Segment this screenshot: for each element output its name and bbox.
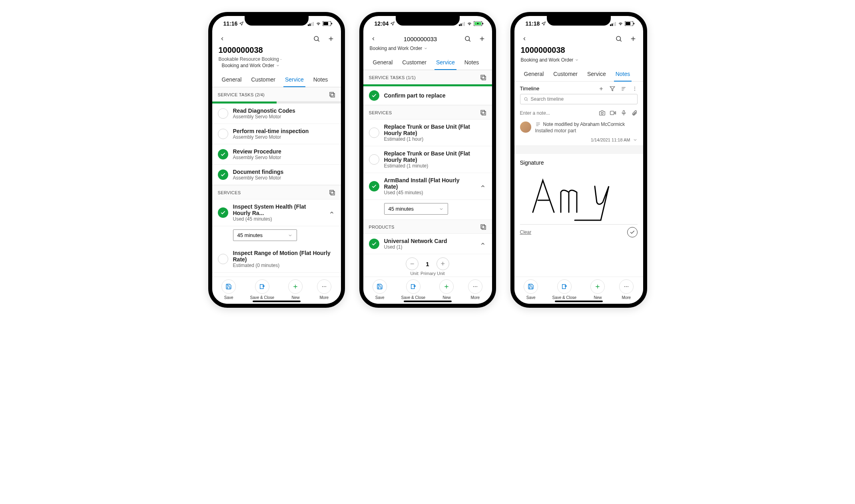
mic-icon[interactable] <box>621 110 627 116</box>
more-button[interactable]: More <box>468 279 482 300</box>
duration-dropdown[interactable]: 45 minutes <box>233 229 297 241</box>
task-checkbox-done[interactable] <box>218 149 228 159</box>
tab-general[interactable]: General <box>519 67 549 81</box>
product-checkbox-done[interactable] <box>369 239 379 249</box>
new-button[interactable]: New <box>439 279 454 300</box>
back-button[interactable] <box>369 34 378 43</box>
signature-canvas[interactable] <box>520 168 638 224</box>
service-checkbox[interactable] <box>218 254 228 264</box>
chevron-up-icon[interactable] <box>479 241 486 247</box>
decrement-button[interactable]: − <box>406 257 419 270</box>
back-button[interactable] <box>520 34 529 43</box>
duration-dropdown[interactable]: 45 minutes <box>384 203 448 215</box>
service-row[interactable]: ArmBand Install (Flat Hourly Rate) Used … <box>363 173 492 200</box>
save-button[interactable]: Save <box>524 279 538 300</box>
service-checkbox-done[interactable] <box>369 181 379 191</box>
task-row[interactable]: Read Diagnostic Codes Assembly Servo Mot… <box>212 104 341 124</box>
task-checkbox-done[interactable] <box>369 90 379 101</box>
add-task-icon[interactable] <box>329 92 335 98</box>
save-button[interactable]: Save <box>221 279 236 300</box>
search-button[interactable] <box>614 34 623 43</box>
more-vert-icon[interactable] <box>632 86 638 92</box>
service-row[interactable]: Inspect Range of Motion (Flat Hourly Rat… <box>212 246 341 273</box>
content-scroll[interactable]: Timeline Search timeline Enter a note... <box>514 82 643 277</box>
tab-general[interactable]: General <box>217 72 247 87</box>
tab-notes[interactable]: Notes <box>611 67 635 81</box>
add-button[interactable] <box>327 34 335 43</box>
add-task-icon[interactable] <box>480 74 486 81</box>
video-icon[interactable] <box>610 110 616 116</box>
clear-signature-button[interactable]: Clear <box>520 229 532 235</box>
camera-icon[interactable] <box>599 110 605 116</box>
new-button[interactable]: New <box>288 279 303 300</box>
tab-customer[interactable]: Customer <box>246 72 280 87</box>
add-note-icon[interactable] <box>598 86 604 92</box>
service-row[interactable]: Inspect Line Integration (Flat Hourly Ra… <box>212 273 341 277</box>
tab-customer[interactable]: Customer <box>397 55 431 70</box>
save-button[interactable]: Save <box>373 279 387 300</box>
home-indicator[interactable] <box>555 301 603 302</box>
tab-general[interactable]: General <box>368 55 398 70</box>
tab-notes[interactable]: Notes <box>309 72 333 87</box>
check-icon <box>220 151 226 157</box>
add-button[interactable] <box>629 34 638 43</box>
tab-service[interactable]: Service <box>280 72 309 87</box>
service-row[interactable]: Inspect System Health (Flat Hourly Ra...… <box>212 199 341 226</box>
svg-rect-68 <box>610 111 614 115</box>
svg-rect-32 <box>481 75 484 79</box>
back-button[interactable] <box>218 34 227 43</box>
new-button[interactable]: New <box>590 279 605 300</box>
add-button[interactable] <box>478 34 486 43</box>
add-service-icon[interactable] <box>329 189 335 196</box>
more-button[interactable]: More <box>317 279 331 300</box>
search-timeline-input[interactable]: Search timeline <box>520 94 638 104</box>
svg-point-43 <box>476 286 477 287</box>
location-icon <box>390 21 395 26</box>
tab-service[interactable]: Service <box>431 55 460 70</box>
add-product-icon[interactable] <box>480 224 486 230</box>
filter-icon[interactable] <box>610 86 615 92</box>
increment-button[interactable]: + <box>436 257 449 270</box>
service-checkbox-done[interactable] <box>218 207 228 218</box>
task-row[interactable]: Document findings Assembly Servo Motor <box>212 165 341 185</box>
content-scroll[interactable]: SERVICE TASKS (2/4) Read Diagnostic Code… <box>212 87 341 277</box>
timeline-note[interactable]: Note modified by Abraham McCormick Insta… <box>514 118 643 137</box>
confirm-signature-button[interactable] <box>627 227 638 237</box>
notch <box>547 15 611 26</box>
svg-rect-38 <box>411 285 414 289</box>
save-close-button[interactable]: Save & Close <box>552 279 577 300</box>
service-row[interactable]: Replace Trunk or Base Unit (Flat Hourly … <box>363 146 492 173</box>
tab-customer[interactable]: Customer <box>548 67 582 81</box>
content-scroll[interactable]: SERVICE TASKS (1/1) Confirm part to repl… <box>363 70 492 277</box>
task-row[interactable]: Confirm part to replace <box>363 86 492 105</box>
service-checkbox[interactable] <box>369 154 379 165</box>
search-button[interactable] <box>463 34 472 43</box>
chevron-up-icon[interactable] <box>328 210 335 215</box>
search-button[interactable] <box>312 34 321 43</box>
home-indicator[interactable] <box>404 301 452 302</box>
add-service-icon[interactable] <box>480 110 486 116</box>
service-row[interactable]: Replace Trunk or Base Unit (Flat Hourly … <box>363 120 492 146</box>
task-row[interactable]: Review Procedure Assembly Servo Motor <box>212 144 341 165</box>
product-row[interactable]: Universal Network Card Used (1) <box>363 234 492 254</box>
sort-icon[interactable] <box>621 86 626 92</box>
note-entry-bar[interactable]: Enter a note... <box>514 108 643 118</box>
service-checkbox[interactable] <box>369 127 379 138</box>
task-checkbox-done[interactable] <box>218 169 228 180</box>
view-dropdown[interactable]: Booking and Work Order <box>514 55 643 65</box>
more-button[interactable]: More <box>619 279 634 300</box>
view-dropdown[interactable]: Booking and Work Order <box>212 62 341 71</box>
save-close-button[interactable]: Save & Close <box>250 279 275 300</box>
task-row[interactable]: Perform real-time inspection Assembly Se… <box>212 124 341 144</box>
view-dropdown[interactable]: Booking and Work Order <box>363 45 492 54</box>
save-close-button[interactable]: Save & Close <box>401 279 426 300</box>
attach-icon[interactable] <box>632 110 638 116</box>
home-indicator[interactable] <box>253 301 301 302</box>
task-checkbox[interactable] <box>218 108 228 119</box>
tab-service[interactable]: Service <box>582 67 611 81</box>
chevron-up-icon[interactable] <box>479 183 486 189</box>
page-title: 1000000038 <box>514 45 643 55</box>
task-checkbox[interactable] <box>218 129 228 139</box>
chevron-down-icon[interactable] <box>633 137 638 142</box>
tab-notes[interactable]: Notes <box>460 55 484 70</box>
